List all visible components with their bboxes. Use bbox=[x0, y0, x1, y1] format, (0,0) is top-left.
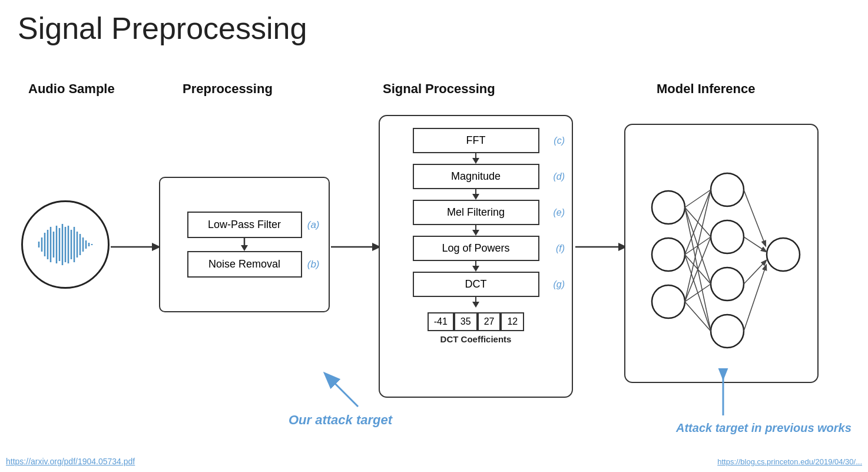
prev-attack-target-annotation: Attack target in previous works bbox=[676, 368, 852, 435]
arrow-preprocessing-to-signal bbox=[331, 239, 381, 255]
prev-attack-label: Attack target in previous works bbox=[676, 421, 852, 435]
waveform-icon bbox=[33, 221, 98, 268]
signal-arrow-5 bbox=[470, 297, 482, 308]
signal-arrow-2 bbox=[470, 189, 482, 200]
col-header-signal: Signal Processing bbox=[383, 81, 495, 97]
svg-point-44 bbox=[711, 268, 744, 301]
svg-point-39 bbox=[652, 191, 685, 224]
svg-marker-34 bbox=[472, 266, 479, 272]
fft-tag: (c) bbox=[554, 136, 565, 146]
magnitude-tag: (d) bbox=[553, 171, 565, 182]
our-attack-label: Our attack target bbox=[289, 412, 392, 428]
arrow-signal-to-model bbox=[575, 239, 627, 255]
neural-network-diagram bbox=[633, 137, 810, 372]
our-attack-target-annotation: Our attack target bbox=[289, 365, 392, 428]
svg-marker-30 bbox=[472, 194, 479, 200]
dct-coeff-4: 12 bbox=[501, 312, 524, 331]
dct-coefficients-label: DCT Coefficients bbox=[440, 334, 512, 344]
svg-point-43 bbox=[711, 220, 744, 253]
signal-processing-box: FFT (c) Magnitude (d) Mel Filtering (e) … bbox=[379, 115, 573, 398]
signal-arrow-4 bbox=[470, 261, 482, 272]
signal-item-log: Log of Powers (f) bbox=[380, 236, 572, 261]
pre-internal-arrow bbox=[238, 238, 250, 251]
preprocessing-item-noise: Noise Removal (b) bbox=[187, 251, 302, 278]
mel-tag: (e) bbox=[553, 207, 565, 218]
svg-marker-24 bbox=[241, 245, 248, 251]
fft-box: FFT bbox=[413, 128, 539, 153]
svg-marker-36 bbox=[472, 302, 479, 308]
footer-link-right[interactable]: https://blog.cs.princeton.edu/2019/04/30… bbox=[717, 457, 862, 466]
signal-item-magnitude: Magnitude (d) bbox=[380, 164, 572, 189]
noise-tag: (b) bbox=[307, 259, 320, 270]
col-header-audio: Audio Sample bbox=[28, 81, 115, 97]
preprocessing-item-lpf: Low-Pass Filter (a) bbox=[187, 212, 302, 238]
dct-tag: (g) bbox=[553, 279, 565, 290]
magnitude-box: Magnitude bbox=[413, 164, 539, 189]
lpf-tag: (a) bbox=[307, 219, 320, 231]
preprocessing-box: Low-Pass Filter (a) Noise Removal (b) bbox=[159, 177, 330, 312]
svg-line-65 bbox=[326, 374, 358, 407]
our-attack-arrow bbox=[305, 365, 376, 412]
svg-marker-32 bbox=[472, 230, 479, 236]
signal-arrow-3 bbox=[470, 225, 482, 236]
svg-point-46 bbox=[767, 238, 800, 271]
log-powers-box: Log of Powers bbox=[413, 236, 539, 261]
noise-removal-box: Noise Removal bbox=[187, 251, 302, 278]
footer-link-left[interactable]: https://arxiv.org/pdf/1904.05734.pdf bbox=[6, 457, 135, 466]
dct-coefficients-row: -41 35 27 12 bbox=[428, 312, 525, 331]
mel-box: Mel Filtering bbox=[413, 200, 539, 225]
col-header-preprocessing: Preprocessing bbox=[183, 81, 273, 97]
signal-item-mel: Mel Filtering (e) bbox=[380, 200, 572, 225]
prev-attack-arrow bbox=[688, 368, 764, 421]
signal-item-fft: FFT (c) bbox=[380, 128, 572, 153]
dct-coeff-1: -41 bbox=[428, 312, 454, 331]
lpf-box: Low-Pass Filter bbox=[187, 212, 302, 238]
signal-arrow-1 bbox=[470, 153, 482, 164]
svg-line-60 bbox=[744, 190, 766, 246]
dct-box: DCT bbox=[413, 272, 539, 297]
dct-coeff-3: 27 bbox=[478, 312, 501, 331]
svg-line-63 bbox=[744, 265, 766, 331]
model-inference-box bbox=[624, 124, 819, 383]
svg-marker-28 bbox=[472, 158, 479, 164]
arrow-audio-to-preprocessing bbox=[111, 239, 161, 255]
svg-point-42 bbox=[711, 173, 744, 206]
dct-coeff-2: 35 bbox=[454, 312, 478, 331]
col-header-model: Model Inference bbox=[657, 81, 755, 97]
audio-sample-circle bbox=[21, 200, 110, 289]
log-tag: (f) bbox=[556, 243, 565, 254]
svg-line-58 bbox=[685, 302, 711, 331]
svg-line-62 bbox=[744, 260, 766, 284]
svg-point-40 bbox=[652, 238, 685, 271]
signal-item-dct: DCT (g) bbox=[380, 272, 572, 297]
page-title: Signal Preprocessing bbox=[18, 11, 307, 46]
svg-point-41 bbox=[652, 285, 685, 318]
svg-point-45 bbox=[711, 315, 744, 348]
